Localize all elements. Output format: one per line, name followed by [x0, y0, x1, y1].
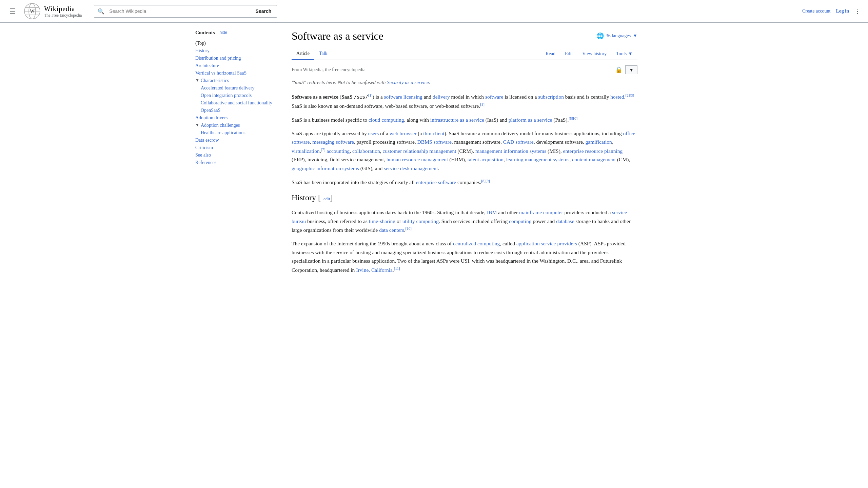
irvine-link[interactable]: Irvine, California — [356, 267, 393, 273]
toc-item-history[interactable]: History — [195, 47, 273, 55]
tab-article[interactable]: Article — [292, 48, 314, 60]
accounting-link[interactable]: accounting — [327, 148, 350, 154]
database-link[interactable]: database — [556, 218, 574, 224]
centralized-computing-link[interactable]: centralized computing — [453, 241, 500, 246]
talent-link[interactable]: talent acquisition — [468, 157, 504, 162]
iaas-link[interactable]: infrastructure as a service — [430, 117, 484, 123]
tab-talk[interactable]: Talk — [314, 48, 332, 60]
virtualization-link[interactable]: virtualization — [292, 148, 320, 154]
toc-item-distribution[interactable]: Distribution and pricing — [195, 55, 273, 62]
search-input[interactable] — [108, 6, 250, 17]
toc-item-collab-social[interactable]: Collaborative and social functionality — [201, 99, 273, 107]
toc-link-opensaas[interactable]: OpenSaaS — [201, 108, 220, 113]
tab-tools[interactable]: Tools ▼ — [611, 48, 637, 59]
toc-link-top[interactable]: (Top) — [195, 41, 206, 46]
toc-link-history[interactable]: History — [195, 48, 210, 53]
toc-link-vert-horiz[interactable]: Vertical vs horizontal SaaS — [195, 70, 246, 76]
lms-link[interactable]: learning management systems — [506, 157, 570, 162]
asp-link[interactable]: application service providers — [516, 241, 577, 246]
computing-link[interactable]: computing — [509, 218, 531, 224]
toc-hide-button[interactable]: hide — [218, 29, 230, 36]
crm-link[interactable]: customer relationship management — [383, 148, 456, 154]
hamburger-menu-icon[interactable]: ☰ — [7, 4, 18, 18]
mis-link[interactable]: management information systems — [475, 148, 546, 154]
service-bureau-link[interactable]: service bureau — [292, 209, 627, 224]
toc-expand-adoption-challenges-icon[interactable]: ▼ — [195, 123, 199, 128]
cloud-computing-link[interactable]: cloud computing — [369, 117, 404, 123]
hrm-link[interactable]: human resource management — [387, 157, 448, 162]
time-sharing-link[interactable]: time-sharing — [369, 218, 395, 224]
toc-item-data-escrow[interactable]: Data escrow — [195, 137, 273, 144]
toc-item-characteristics[interactable]: ▼ Characteristics — [195, 77, 273, 84]
language-selector[interactable]: 🌐 36 languages ▼ — [596, 29, 637, 40]
erp-link[interactable]: enterprise resource planning — [563, 148, 623, 154]
toc-item-accel-feature[interactable]: Accelerated feature delivery — [201, 84, 273, 92]
users-link[interactable]: users — [368, 130, 379, 136]
wikipedia-logo[interactable]: W Wikipedia The Free Encyclopedia — [24, 3, 82, 20]
utility-computing-link[interactable]: utility computing — [402, 218, 439, 224]
toc-item-opensaas[interactable]: OpenSaaS — [201, 107, 273, 114]
toc-item-architecture[interactable]: Architecture — [195, 62, 273, 69]
collapse-button[interactable]: ▼ — [625, 65, 637, 74]
toc-link-collab-social[interactable]: Collaborative and social functionality — [201, 100, 272, 105]
toc-item-open-integration[interactable]: Open integration protocols — [201, 92, 273, 99]
delivery-link[interactable]: delivery — [433, 94, 450, 100]
ref-4[interactable]: [4] — [480, 102, 485, 106]
service-desk-link[interactable]: service desk management — [384, 165, 438, 171]
search-button[interactable]: Search — [250, 6, 277, 17]
dbms-software-link[interactable]: DBMS software — [417, 139, 452, 145]
toc-item-references[interactable]: References — [195, 159, 273, 166]
ref-7[interactable]: [7] — [321, 147, 326, 151]
ref-11[interactable]: [11] — [394, 266, 400, 270]
toc-item-criticism[interactable]: Criticism — [195, 144, 273, 151]
toc-item-vert-horiz[interactable]: Vertical vs horizontal SaaS — [195, 69, 273, 77]
toc-item-healthcare[interactable]: Healthcare applications — [201, 129, 273, 137]
create-account-link[interactable]: Create account — [802, 8, 831, 14]
toc-link-criticism[interactable]: Criticism — [195, 145, 213, 150]
ref-1[interactable]: [1] — [368, 93, 373, 97]
toc-item-see-also[interactable]: See also — [195, 151, 273, 159]
paas-link[interactable]: platform as a service — [509, 117, 552, 123]
subscription-link[interactable]: subscription — [538, 94, 564, 100]
toc-link-healthcare[interactable]: Healthcare applications — [201, 130, 245, 135]
toc-link-references[interactable]: References — [195, 160, 216, 165]
toc-expand-characteristics-icon[interactable]: ▼ — [195, 78, 199, 83]
ibm-link[interactable]: IBM — [487, 209, 497, 215]
toc-item-top[interactable]: (Top) — [195, 40, 273, 47]
gis-link[interactable]: geographic information systems — [292, 165, 359, 171]
gamification-link[interactable]: gamification — [586, 139, 612, 145]
tab-view-history[interactable]: View history — [577, 48, 611, 59]
tab-edit[interactable]: Edit — [560, 48, 577, 59]
web-browser-link[interactable]: web browser — [390, 130, 417, 136]
toc-link-open-integration[interactable]: Open integration protocols — [201, 93, 252, 98]
data-centers-link[interactable]: data centers — [379, 227, 404, 233]
toc-link-accel-feature[interactable]: Accelerated feature delivery — [201, 85, 255, 90]
ref-5-6[interactable]: [5][6] — [569, 116, 577, 120]
security-as-service-link[interactable]: Security as a service — [387, 80, 429, 85]
content-mgmt-link[interactable]: content management — [572, 157, 616, 162]
toc-link-architecture[interactable]: Architecture — [195, 63, 219, 68]
collaboration-link[interactable]: collaboration — [352, 148, 380, 154]
tab-read[interactable]: Read — [541, 48, 560, 59]
messaging-software-link[interactable]: messaging software — [312, 139, 354, 145]
software-link[interactable]: software — [485, 94, 503, 100]
toc-link-adoption-drivers[interactable]: Adoption drivers — [195, 115, 228, 120]
toc-link-characteristics[interactable]: Characteristics — [201, 78, 229, 83]
toc-item-adoption-challenges[interactable]: ▼ Adoption challenges — [195, 122, 273, 129]
toc-link-see-also[interactable]: See also — [195, 152, 211, 158]
history-edit-link[interactable]: edit — [323, 196, 330, 201]
toc-link-data-escrow[interactable]: Data escrow — [195, 138, 219, 143]
enterprise-software-link[interactable]: enterprise software — [416, 179, 456, 185]
log-in-link[interactable]: Log in — [836, 8, 849, 14]
mainframe-link[interactable]: mainframe computer — [519, 209, 563, 215]
toc-item-adoption-drivers[interactable]: Adoption drivers — [195, 114, 273, 122]
thin-client-link[interactable]: thin client — [423, 130, 444, 136]
more-menu-icon[interactable]: ⋮ — [854, 7, 861, 15]
toc-link-distribution[interactable]: Distribution and pricing — [195, 56, 241, 61]
ref-10[interactable]: [10] — [406, 226, 412, 230]
ref-2-3[interactable]: [2][3] — [626, 93, 634, 97]
hosted-link[interactable]: hosted — [610, 94, 624, 100]
ref-8-9[interactable]: [8][9] — [481, 179, 490, 183]
cad-software-link[interactable]: CAD software — [503, 139, 534, 145]
software-licensing-link[interactable]: software licensing — [384, 94, 422, 100]
